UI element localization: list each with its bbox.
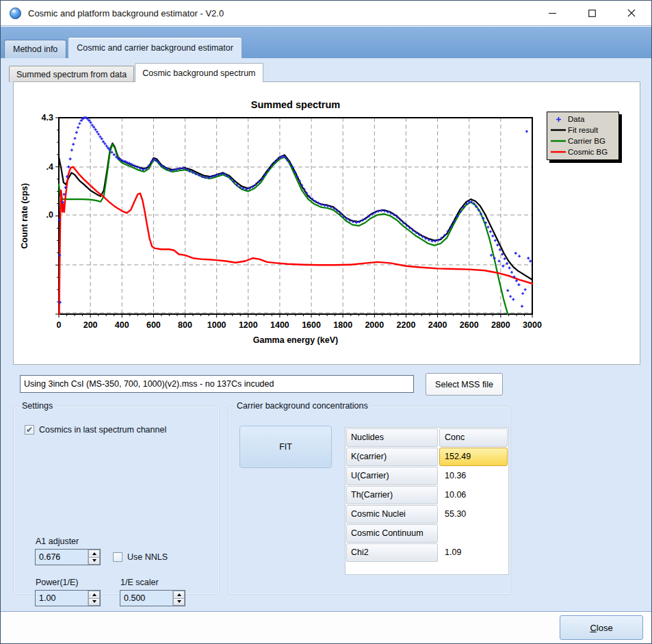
app-window: Cosmic and platform background estimator…	[0, 0, 652, 644]
legend-label: Data	[568, 115, 584, 123]
nuclide-cell[interactable]: K(carrier)	[346, 448, 438, 466]
power-stepper[interactable]: 1.00	[35, 590, 101, 606]
conc-cell-selected[interactable]: 152.49	[439, 448, 508, 466]
scaler-up-button[interactable]	[173, 591, 185, 599]
nuclide-cell[interactable]: Chi2	[346, 543, 438, 562]
carrier-concentrations-group: Carrier background concentrations FIT Nu…	[228, 406, 511, 595]
nuclide-cell[interactable]: Th(Carrier)	[346, 486, 438, 504]
svg-text:2200: 2200	[397, 320, 416, 330]
svg-text:2400: 2400	[428, 320, 447, 330]
series-line-icon	[550, 129, 566, 131]
main-tab-0[interactable]: Method info	[4, 40, 66, 58]
conc-cell[interactable]	[439, 524, 508, 543]
svg-text:2800: 2800	[491, 320, 510, 330]
nuclide-table: NuclidesConcK(carrier)152.49U(Carrier)10…	[345, 427, 509, 575]
svg-text:.0: .0	[47, 210, 53, 220]
series-line-icon	[550, 140, 566, 142]
svg-text:600: 600	[146, 320, 161, 330]
mss-file-path-input[interactable]	[20, 375, 414, 393]
svg-text:200: 200	[83, 320, 98, 330]
summed-spectrum-chart: 0200400600800100012001400160018002000220…	[14, 82, 640, 364]
header-conc[interactable]: Conc	[439, 428, 508, 447]
svg-text:2000: 2000	[365, 320, 384, 330]
use-nnls-checkbox[interactable]: Use NNLS	[113, 552, 168, 562]
app-icon	[10, 8, 21, 19]
legend-label: Carrier BG	[568, 137, 605, 145]
titlebar: Cosmic and platform background estimator…	[1, 1, 651, 26]
conc-cell[interactable]: 10.36	[439, 467, 508, 485]
select-mss-file-button[interactable]: Select MSS file	[426, 373, 503, 396]
settings-group: Settings ✔ Cosmics in last spectrum chan…	[13, 406, 220, 595]
legend-item: Cosmic BG	[550, 146, 616, 157]
svg-text:Summed spectrum: Summed spectrum	[251, 99, 341, 110]
svg-text:400: 400	[115, 320, 129, 330]
main-tab-1[interactable]: Cosmic and carrier background estimator	[68, 37, 242, 58]
svg-text:1800: 1800	[333, 320, 352, 330]
nuclide-cell[interactable]: Cosmic Nuclei	[346, 505, 438, 524]
legend-label: Cosmic BG	[568, 148, 608, 156]
svg-text:1400: 1400	[270, 320, 289, 330]
header-nuclides[interactable]: Nuclides	[346, 428, 438, 447]
table-row: U(Carrier)10.36	[346, 467, 508, 485]
maximize-button[interactable]	[572, 1, 612, 25]
legend-item: Carrier BG	[550, 136, 616, 146]
fit-button[interactable]: FIT	[239, 426, 332, 468]
minimize-button[interactable]	[532, 1, 572, 25]
svg-text:Gamma energy (keV): Gamma energy (keV)	[253, 335, 338, 345]
main-tab-strip: Method infoCosmic and carrier background…	[1, 27, 651, 58]
chart-legend: DataFit resultCarrier BGCosmic BG	[547, 112, 619, 160]
svg-text:0: 0	[57, 320, 62, 330]
series-line-icon	[550, 151, 566, 153]
checkbox-box	[113, 552, 122, 562]
legend-item: Fit result	[550, 125, 616, 136]
svg-text:800: 800	[178, 320, 192, 330]
carrier-group-label: Carrier background concentrations	[234, 401, 371, 411]
scaler-stepper[interactable]: 0.500	[120, 590, 185, 606]
a1-adjuster-label: A1 adjuster	[36, 537, 79, 546]
spectrum-tab-1[interactable]: Cosmic background spectrum	[135, 63, 263, 82]
conc-cell[interactable]: 10.06	[439, 486, 508, 504]
tab-page: Summed spectrum from dataCosmic backgrou…	[1, 58, 652, 612]
data-marker-icon	[550, 116, 566, 123]
svg-text:.4: .4	[47, 162, 53, 172]
table-row: Cosmic Nuclei55.30	[346, 505, 508, 524]
spectrum-tab-strip: Summed spectrum from dataCosmic backgrou…	[9, 63, 264, 82]
table-row: Th(Carrier)10.06	[346, 486, 508, 504]
bottom-bar: Close	[1, 613, 651, 644]
svg-text:1600: 1600	[302, 320, 321, 330]
svg-text:Count rate (cps): Count rate (cps)	[20, 183, 29, 249]
close-button[interactable]: Close	[560, 615, 643, 640]
conc-cell[interactable]: 55.30	[439, 505, 508, 524]
file-row: Select MSS file	[1, 373, 652, 400]
conc-cell[interactable]: 1.09	[439, 543, 508, 562]
power-label: Power(1/E)	[36, 578, 79, 587]
legend-item: Data	[550, 114, 616, 125]
legend-label: Fit result	[568, 126, 598, 134]
scaler-label: 1/E scaler	[120, 578, 159, 587]
spectrum-tab-0[interactable]: Summed spectrum from data	[9, 66, 134, 82]
settings-group-label: Settings	[19, 401, 55, 411]
table-header-row: NuclidesConc	[346, 428, 508, 447]
chart-panel: 0200400600800100012001400160018002000220…	[13, 81, 640, 365]
scaler-down-button[interactable]	[173, 599, 185, 606]
cosmics-last-channel-checkbox[interactable]: ✔ Cosmics in last spectrum channel	[25, 425, 166, 435]
close-window-button[interactable]	[612, 1, 651, 25]
window-title: Cosmic and platform background estimator…	[28, 8, 224, 18]
nuclide-cell[interactable]: Cosmic Continuum	[346, 524, 438, 543]
table-row: Chi21.09	[346, 543, 508, 562]
svg-text:3000: 3000	[523, 320, 542, 330]
svg-text:1000: 1000	[207, 320, 226, 330]
svg-text:1200: 1200	[239, 320, 258, 330]
svg-text:4.3: 4.3	[42, 113, 53, 123]
table-empty-area	[346, 563, 508, 574]
table-row: Cosmic Continuum	[346, 524, 508, 543]
checkbox-check-icon: ✔	[25, 425, 34, 435]
table-row: K(carrier)152.49	[346, 448, 508, 466]
a1-adjuster-stepper[interactable]: 0.676	[35, 549, 101, 565]
power-up-button[interactable]	[88, 591, 100, 599]
a1-down-button[interactable]	[88, 558, 100, 565]
power-down-button[interactable]	[88, 599, 100, 606]
svg-text:2600: 2600	[460, 320, 479, 330]
a1-up-button[interactable]	[88, 550, 100, 558]
nuclide-cell[interactable]: U(Carrier)	[346, 467, 438, 485]
